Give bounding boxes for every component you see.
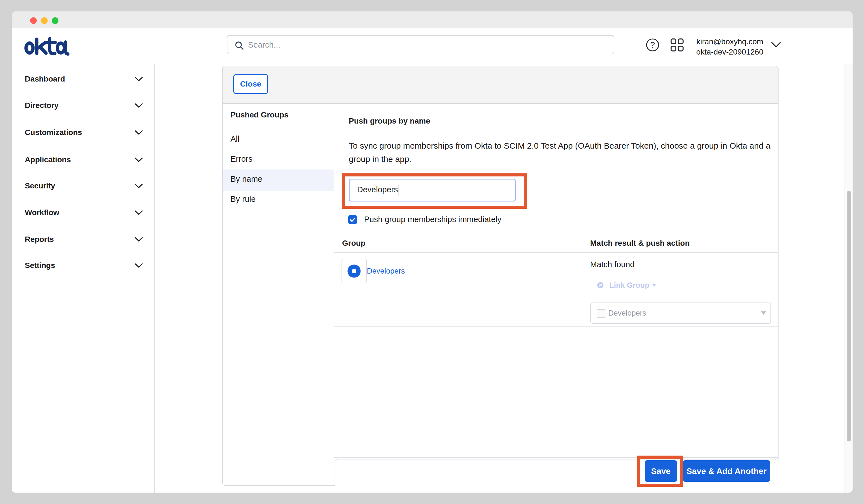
svg-text:?: ?	[650, 40, 655, 49]
